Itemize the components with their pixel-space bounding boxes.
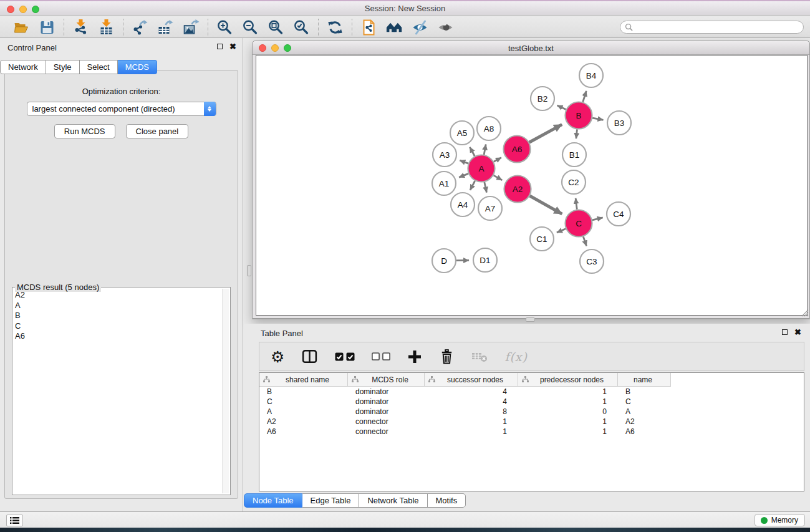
graph-edge-A-A2[interactable] xyxy=(494,175,503,180)
refresh-icon[interactable] xyxy=(327,19,344,36)
table-cell[interactable]: A xyxy=(259,407,348,416)
export-network-icon[interactable] xyxy=(132,19,148,36)
table-row[interactable]: A6connector11A6 xyxy=(259,427,804,437)
mcds-result-item[interactable]: C xyxy=(15,321,221,332)
table-cell[interactable]: A2 xyxy=(618,417,671,426)
table-cell[interactable]: connector xyxy=(348,427,425,436)
delete-table-icon[interactable] xyxy=(471,347,488,366)
network-window-title-bar[interactable]: testGlobe.txt xyxy=(253,41,809,55)
table-settings-gear-icon[interactable]: ⚙ xyxy=(271,347,284,366)
table-row[interactable]: Cdominator41C xyxy=(259,397,804,407)
delete-column-trash-icon[interactable] xyxy=(439,347,455,366)
graph-node-A4[interactable]: A4 xyxy=(451,193,475,216)
graph-edge-A-A5[interactable] xyxy=(470,147,475,156)
graph-edge-B-B4[interactable] xyxy=(583,91,587,102)
export-image-icon[interactable] xyxy=(183,19,200,36)
select-all-icon[interactable] xyxy=(335,347,355,366)
table-cell[interactable]: 1 xyxy=(518,427,618,436)
graph-edge-A-A4[interactable] xyxy=(470,181,475,190)
graph-node-D[interactable]: D xyxy=(432,249,456,273)
zoom-in-icon[interactable] xyxy=(216,19,233,36)
import-table-icon[interactable] xyxy=(98,19,115,36)
table-cell[interactable]: C xyxy=(259,397,348,406)
window-resize-grip[interactable] xyxy=(801,309,809,317)
import-network-icon[interactable] xyxy=(72,19,89,36)
table-cell[interactable]: connector xyxy=(348,417,425,426)
zoom-out-icon[interactable] xyxy=(242,19,259,36)
mcds-result-item[interactable]: A xyxy=(15,301,221,311)
mcds-result-item[interactable]: A2 xyxy=(15,290,221,301)
graph-edge-A-A7[interactable] xyxy=(485,182,487,193)
network-canvas[interactable]: B4B2BB3A8A5A6A3B1AA1C2A2A4A7CC4C1C3DD1 xyxy=(256,55,808,316)
home-cyndex-icon[interactable] xyxy=(386,19,403,36)
mcds-result-item[interactable]: A6 xyxy=(15,331,221,342)
table-cell[interactable]: dominator xyxy=(348,397,425,406)
tab-select[interactable]: Select xyxy=(80,60,118,74)
graph-edge-A-A1[interactable] xyxy=(459,173,468,177)
graph-edge-B-B2[interactable] xyxy=(557,105,566,110)
close-panel-icon[interactable]: ✖ xyxy=(229,44,236,49)
save-session-icon[interactable] xyxy=(39,19,55,36)
table-cell[interactable]: A xyxy=(618,407,671,416)
close-table-panel-icon[interactable]: ✖ xyxy=(794,329,801,335)
graph-node-B4[interactable]: B4 xyxy=(579,64,603,87)
graph-node-C1[interactable]: C1 xyxy=(530,227,554,251)
graph-node-B[interactable]: B xyxy=(566,102,592,129)
add-column-icon[interactable] xyxy=(407,347,422,366)
graph-node-A7[interactable]: A7 xyxy=(478,196,502,220)
table-cell[interactable]: 8 xyxy=(425,407,518,416)
table-cell[interactable]: dominator xyxy=(348,387,425,396)
tab-network-table[interactable]: Network Table xyxy=(359,493,427,508)
table-cell[interactable]: C xyxy=(618,397,671,406)
table-cell[interactable]: 0 xyxy=(518,407,618,416)
table-cell[interactable]: A6 xyxy=(618,427,671,436)
column-header-predecessor-nodes[interactable]: predecessor nodes xyxy=(518,373,618,387)
graph-edge-C-C4[interactable] xyxy=(592,218,603,220)
table-cell[interactable]: A2 xyxy=(259,417,348,426)
graph-edge-C-C2[interactable] xyxy=(576,198,577,210)
graph-edge-C-C1[interactable] xyxy=(557,229,566,233)
tab-style[interactable]: Style xyxy=(46,60,80,74)
memory-button[interactable]: Memory xyxy=(755,514,805,526)
graph-node-A1[interactable]: A1 xyxy=(432,172,456,195)
graph-node-A2[interactable]: A2 xyxy=(504,176,531,203)
function-builder-icon[interactable]: f(x) xyxy=(504,347,528,366)
float-table-panel-icon[interactable] xyxy=(782,329,788,335)
graph-edge-A2-C[interactable] xyxy=(530,196,562,214)
column-header-shared-name[interactable]: shared name xyxy=(259,373,348,387)
table-cell[interactable]: 1 xyxy=(425,427,518,436)
graph-node-A3[interactable]: A3 xyxy=(433,143,456,167)
show-columns-icon[interactable] xyxy=(301,347,318,366)
graph-edge-A-A6[interactable] xyxy=(494,158,501,162)
graph-node-A[interactable]: A xyxy=(468,155,495,182)
zoom-selected-icon[interactable] xyxy=(293,19,310,36)
graph-node-C2[interactable]: C2 xyxy=(562,170,586,194)
tab-node-table[interactable]: Node Table xyxy=(244,493,302,508)
graph-node-D1[interactable]: D1 xyxy=(473,248,497,272)
graph-node-C4[interactable]: C4 xyxy=(607,202,630,226)
graph-edge-C-C3[interactable] xyxy=(583,236,586,246)
table-cell[interactable]: A6 xyxy=(259,427,348,436)
column-header-successor-nodes[interactable]: successor nodes xyxy=(425,373,518,387)
table-cell[interactable]: 4 xyxy=(425,387,518,396)
table-cell[interactable]: 1 xyxy=(425,417,518,426)
table-cell[interactable]: 1 xyxy=(518,417,618,426)
graph-edge-A6-B[interactable] xyxy=(529,125,562,143)
zoom-fit-icon[interactable] xyxy=(268,19,284,36)
tab-edge-table[interactable]: Edge Table xyxy=(302,493,360,508)
result-scrollbar[interactable] xyxy=(222,289,229,493)
tab-network[interactable]: Network xyxy=(0,60,46,74)
table-cell[interactable]: 1 xyxy=(518,387,618,396)
graph-edge-B-B3[interactable] xyxy=(592,118,603,120)
graph-node-C3[interactable]: C3 xyxy=(580,249,604,273)
table-row[interactable]: Bdominator41B xyxy=(259,387,804,397)
show-graphics-details-icon[interactable] xyxy=(437,19,454,36)
table-cell[interactable]: 1 xyxy=(518,397,618,406)
column-header-name[interactable]: name xyxy=(618,373,671,387)
task-history-button[interactable] xyxy=(6,515,23,526)
table-row[interactable]: A2connector11A2 xyxy=(259,417,804,427)
export-table-icon[interactable] xyxy=(157,19,174,36)
search-field[interactable] xyxy=(620,21,804,34)
table-cell[interactable]: dominator xyxy=(348,407,425,416)
optimization-criterion-dropdown[interactable]: largest connected component (directed) xyxy=(27,102,216,116)
